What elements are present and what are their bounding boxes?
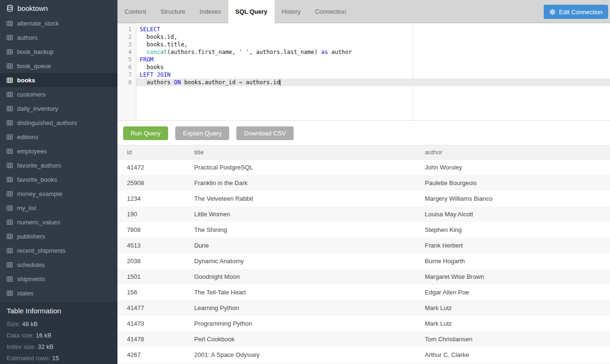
results-table: idtitleauthor 41472Practical PostgreSQLJ… <box>117 145 610 364</box>
sidebar-item-distinguished_authors[interactable]: distinguished_authors <box>0 115 117 130</box>
sidebar-item-alternate_stock[interactable]: alternate_stock <box>0 16 117 30</box>
table-row[interactable]: 41477Learning PythonMark Lutz <box>117 300 610 316</box>
tab-sql-query[interactable]: SQL Query <box>228 0 275 23</box>
explain-query-button[interactable]: Explain Query <box>175 126 229 140</box>
sidebar-item-recent_shipments[interactable]: recent_shipments <box>0 243 117 257</box>
editor-line-6[interactable]: 6 books <box>117 63 610 71</box>
info-value: 16 kB <box>36 332 51 339</box>
database-header[interactable]: booktown <box>0 0 117 16</box>
table-row[interactable]: 1501Goodnight MoonMargaret Wise Brown <box>117 269 610 284</box>
table-row[interactable]: 41478Perl CookbookTom Christiansen <box>117 331 610 347</box>
sidebar-item-states[interactable]: states <box>0 286 117 300</box>
tab-indexes[interactable]: Indexes <box>192 0 228 23</box>
sidebar-item-label: recent_shipments <box>17 247 66 254</box>
cell-author: Stephen King <box>425 226 610 233</box>
tab-bar: ContentStructureIndexesSQL QueryHistoryC… <box>117 0 610 23</box>
results-header-row: idtitleauthor <box>117 145 610 160</box>
table-row[interactable]: 7808The ShiningStephen King <box>117 222 610 238</box>
table-row[interactable]: 25908Franklin in the DarkPaulette Bourge… <box>117 175 610 191</box>
sidebar-item-schedules[interactable]: schedules <box>0 257 117 272</box>
sidebar-item-publishers[interactable]: publishers <box>0 229 117 243</box>
cell-title: Goodnight Moon <box>194 273 425 280</box>
editor-line-4[interactable]: 4 concat(authors.first_name, ' ', author… <box>117 48 610 56</box>
cell-id: 7808 <box>117 226 194 233</box>
sql-editor[interactable]: 1SELECT2 books.id,3 books.title,4 concat… <box>117 23 610 121</box>
tab-content[interactable]: Content <box>117 0 153 23</box>
sidebar-item-book_queue[interactable]: book_queue <box>0 59 117 73</box>
gear-icon <box>549 9 556 15</box>
sidebar-item-my_list[interactable]: my_list <box>0 201 117 215</box>
table-row[interactable]: 42672001: A Space OdysseyArthur C. Clark… <box>117 347 610 363</box>
editor-line-3[interactable]: 3 books.title, <box>117 41 610 48</box>
database-icon <box>7 5 13 12</box>
editor-line-1[interactable]: 1SELECT <box>117 26 610 33</box>
sidebar-item-favorite_books[interactable]: favorite_books <box>0 172 117 186</box>
sidebar-item-money_example[interactable]: money_example <box>0 186 117 201</box>
sidebar-item-label: books <box>17 77 35 84</box>
table-icon <box>7 220 13 225</box>
sidebar-item-editions[interactable]: editions <box>0 130 117 144</box>
cell-id: 190 <box>117 211 194 218</box>
table-icon <box>7 163 13 168</box>
tab-structure[interactable]: Structure <box>153 0 193 23</box>
table-icon <box>7 291 13 296</box>
sidebar-item-employees[interactable]: employees <box>0 144 117 158</box>
sidebar-item-books[interactable]: books <box>0 73 117 87</box>
cell-author: Paulette Bourgeois <box>425 179 610 186</box>
tab-history[interactable]: History <box>275 0 308 23</box>
table-row[interactable]: 4513DuneFrank Herbert <box>117 238 610 253</box>
cell-id: 4513 <box>117 242 194 249</box>
cell-author: Burne Hogarth <box>425 257 610 265</box>
results-body: 41472Practical PostgreSQLJohn Worsley259… <box>117 160 610 364</box>
table-icon <box>7 205 13 211</box>
line-code: LEFT JOIN <box>136 71 610 79</box>
column-header-title[interactable]: title <box>194 149 425 156</box>
sidebar-item-book_backup[interactable]: book_backup <box>0 44 117 59</box>
editor-line-8[interactable]: 8 authors ON books.author_id = authors.i… <box>117 79 610 86</box>
download-csv-button[interactable]: Download CSV <box>236 126 293 140</box>
sidebar-item-label: favorite_books <box>17 176 57 183</box>
table-info-row: Estimated rows: 15 <box>7 353 111 364</box>
sidebar-item-label: editions <box>17 133 38 141</box>
table-icon <box>7 149 13 154</box>
cell-id: 41472 <box>117 164 194 171</box>
database-name: booktown <box>18 4 48 12</box>
info-value: 48 kB <box>22 320 38 328</box>
run-query-button[interactable]: Run Query <box>123 126 168 140</box>
table-icon <box>7 134 13 140</box>
edit-connection-button[interactable]: Edit Connection <box>544 5 608 19</box>
sidebar-item-shipments[interactable]: shipments <box>0 272 117 286</box>
table-icon <box>7 262 13 267</box>
column-header-author[interactable]: author <box>425 149 610 156</box>
sidebar-item-numeric_values[interactable]: numeric_values <box>0 215 117 229</box>
table-row[interactable]: 156The Tell-Tale HeartEdgar Allen Poe <box>117 284 610 300</box>
tab-connection[interactable]: Connection <box>308 0 353 23</box>
column-header-id[interactable]: id <box>117 149 194 156</box>
cell-author: Tom Christiansen <box>425 336 610 343</box>
sidebar-item-daily_inventory[interactable]: daily_inventory <box>0 101 117 115</box>
table-icon <box>7 248 13 253</box>
table-row[interactable]: 1234The Velveteen RabbitMargery Williams… <box>117 191 610 206</box>
table-icon <box>7 276 13 282</box>
table-icon <box>7 177 13 182</box>
cell-title: The Velveteen Rabbit <box>194 195 425 202</box>
cell-title: The Tell-Tale Heart <box>194 289 425 296</box>
sidebar-item-favorite_authors[interactable]: favorite_authors <box>0 158 117 172</box>
table-row[interactable]: 41473Programming PythonMark Lutz <box>117 316 610 331</box>
editor-line-5[interactable]: 5FROM <box>117 56 610 63</box>
line-number: 4 <box>117 48 136 56</box>
cell-id: 1501 <box>117 273 194 280</box>
sidebar-item-authors[interactable]: authors <box>0 30 117 44</box>
sidebar-item-label: numeric_values <box>17 219 60 226</box>
table-row[interactable]: 41472Practical PostgreSQLJohn Worsley <box>117 160 610 175</box>
cell-id: 41478 <box>117 336 194 343</box>
sidebar-item-customers[interactable]: customers <box>0 87 117 101</box>
table-icon <box>7 21 13 26</box>
table-row[interactable]: 2038Dynamic AnatomyBurne Hogarth <box>117 253 610 269</box>
table-icon <box>7 78 13 83</box>
editor-line-2[interactable]: 2 books.id, <box>117 33 610 41</box>
editor-line-7[interactable]: 7LEFT JOIN <box>117 71 610 79</box>
line-number: 3 <box>117 41 136 48</box>
sidebar-item-label: shipments <box>17 275 45 283</box>
table-row[interactable]: 190Little WomenLouisa May Alcott <box>117 206 610 222</box>
